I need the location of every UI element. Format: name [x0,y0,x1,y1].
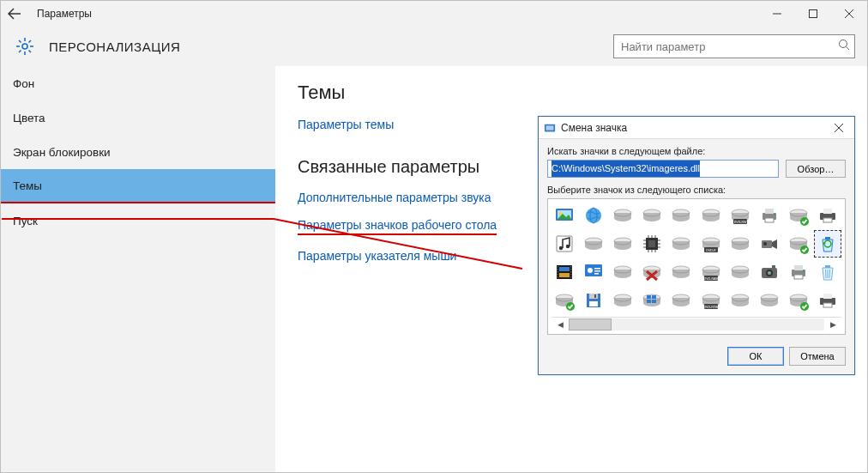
icon-option-dvd-r[interactable]: DVD-R [698,231,724,257]
sidebar-item-label: Цвета [13,112,45,124]
link-desktop-icon-settings[interactable]: Параметры значков рабочего стола [298,218,497,235]
label-search-file: Искать значки в следующем файле: [547,146,846,156]
svg-point-11 [840,40,847,48]
dialog-app-icon [544,122,556,134]
icon-option-disk[interactable] [727,259,753,285]
icon-option-printer2[interactable] [815,288,841,313]
maximize-button[interactable] [795,2,831,26]
cancel-button[interactable]: Отмена [789,347,846,366]
dialog-close-button[interactable] [829,119,849,136]
icon-option-disk[interactable] [610,203,636,228]
icon-option-disk[interactable] [698,203,724,228]
scroll-track[interactable] [569,318,824,330]
browse-button[interactable]: Обзор… [786,160,846,178]
icon-option-film[interactable] [552,259,577,285]
icon-option-photo[interactable] [552,203,577,228]
svg-rect-135 [652,300,656,303]
icon-option-disk[interactable] [610,231,636,257]
back-button[interactable] [4,3,25,24]
sidebar-item-background[interactable]: Фон [1,66,275,100]
scroll-right-button[interactable]: ▶ [826,318,840,330]
headerbar: ПЕРСОНАЛИЗАЦИЯ [1,27,867,66]
icon-path-input[interactable]: C:\Windows\System32\imageres.dll [547,160,779,178]
label-choose-icon: Выберите значок из следующего списка: [547,185,846,195]
icon-option-printer[interactable] [756,203,782,228]
svg-rect-1 [810,10,817,18]
section-title: ПЕРСОНАЛИЗАЦИЯ [49,39,180,54]
icon-option-dvd-rw[interactable]: DVD-RW [727,203,753,228]
svg-rect-16 [546,125,554,130]
sidebar-item-start[interactable]: Пуск [1,203,275,238]
icon-option-disk[interactable] [581,231,606,257]
icon-option-disk[interactable] [727,231,753,257]
icon-option-disk[interactable] [756,288,782,313]
icon-option-disk[interactable] [668,231,694,257]
search-input[interactable] [613,34,855,58]
svg-rect-87 [558,276,559,278]
gear-icon [16,38,33,55]
icon-option-chip[interactable] [639,231,665,257]
svg-rect-96 [594,270,600,272]
sidebar-item-colors[interactable]: Цвета [1,100,275,135]
sidebar: Фон Цвета Экран блокировки Темы Пуск [1,66,275,472]
icon-option-disk[interactable] [668,203,694,228]
svg-rect-89 [570,269,572,270]
svg-rect-126 [594,294,596,298]
svg-rect-52 [648,240,655,247]
icon-option-dvd-ram[interactable]: DVD-RAM [698,259,724,285]
sidebar-item-label: Темы [13,179,42,192]
svg-rect-91 [570,274,572,276]
sidebar-item-themes[interactable]: Темы [1,169,275,203]
search-icon[interactable] [838,39,850,53]
svg-rect-132 [647,295,651,299]
icon-option-recycle-sel[interactable] [815,231,841,257]
icon-option-disk-check[interactable] [552,288,577,313]
svg-rect-92 [570,276,572,278]
icon-option-disk[interactable] [639,203,665,228]
icon-option-music[interactable] [552,231,577,257]
scroll-thumb[interactable] [569,318,612,330]
icon-option-disk[interactable] [668,288,694,313]
icon-option-disk[interactable] [668,259,694,285]
svg-rect-43 [823,218,832,222]
icon-option-disk[interactable] [727,288,753,313]
svg-text:DVD-ROM: DVD-ROM [703,306,718,309]
icon-option-floppy[interactable] [581,288,606,313]
close-button[interactable] [831,2,867,26]
icon-option-win-disk[interactable] [639,288,665,313]
icon-option-disk-check[interactable] [786,231,811,257]
scroll-left-button[interactable]: ◀ [553,318,567,330]
icon-option-dvd-rom[interactable]: DVD-ROM [698,288,724,313]
svg-line-9 [29,40,32,43]
icon-option-disk-check[interactable] [786,288,811,313]
icon-option-settings[interactable] [581,259,606,285]
icon-option-disk[interactable] [610,288,636,313]
ok-button[interactable]: ОК [727,347,784,366]
heading-themes: Темы [298,82,867,104]
sidebar-item-lockscreen[interactable]: Экран блокировки [1,135,275,169]
icon-option-camcorder[interactable] [756,231,782,257]
svg-rect-90 [570,271,572,273]
search-field-wrap [613,34,855,58]
icon-option-disk-x[interactable] [639,259,665,285]
svg-line-8 [29,51,32,53]
svg-point-20 [586,208,601,223]
icon-option-globe[interactable] [581,203,606,228]
svg-point-112 [768,271,771,275]
change-icon-dialog: Смена значка Искать значки в следующем ф… [538,116,855,375]
icon-option-disk[interactable] [610,259,636,285]
svg-line-120 [829,270,830,278]
svg-rect-133 [652,295,656,299]
dialog-titlebar: Смена значка [539,117,854,139]
svg-point-2 [22,44,27,49]
svg-line-12 [847,47,850,51]
svg-point-75 [763,242,767,246]
svg-rect-88 [570,266,572,268]
icon-option-printer2[interactable] [815,203,841,228]
svg-rect-84 [558,269,559,270]
icon-option-recycle[interactable] [815,259,841,285]
icon-option-camera[interactable] [756,259,782,285]
icon-option-disk-check[interactable] [786,203,811,228]
minimize-button[interactable] [759,2,795,26]
icon-option-printer[interactable] [786,259,811,285]
